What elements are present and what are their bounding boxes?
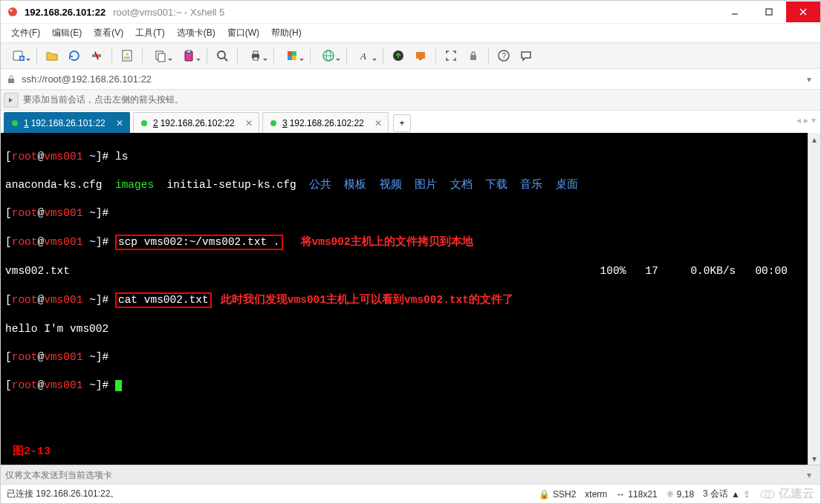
terminal[interactable]: [root@vms001 ~]# ls anaconda-ks.cfg imag… — [1, 133, 808, 465]
svg-rect-20 — [186, 50, 191, 53]
status-dot-icon — [270, 120, 276, 126]
scroll-track[interactable] — [808, 145, 820, 452]
tab-close-button[interactable]: ✕ — [244, 118, 254, 128]
tab-next-button[interactable]: ▸ — [804, 115, 808, 125]
help-button[interactable]: ? — [493, 45, 514, 66]
svg-line-22 — [224, 58, 227, 61]
terminal-area: [root@vms001 ~]# ls anaconda-ks.cfg imag… — [1, 133, 820, 465]
svg-rect-36 — [419, 59, 422, 60]
properties-button[interactable] — [117, 45, 137, 66]
menu-help[interactable]: 帮助(H) — [265, 24, 308, 42]
xagent-button[interactable] — [410, 45, 431, 66]
address-input[interactable] — [22, 73, 802, 85]
chat-button[interactable] — [516, 45, 536, 66]
svg-rect-24 — [253, 51, 258, 54]
print-button[interactable] — [242, 45, 269, 66]
svg-rect-7 — [19, 56, 25, 61]
svg-rect-23 — [252, 54, 259, 59]
status-term: xterm — [585, 489, 607, 500]
tab-number: 2 — [153, 118, 158, 128]
scroll-down-button[interactable]: ▾ — [808, 452, 820, 465]
tab-list-button[interactable]: ▾ — [811, 115, 816, 125]
svg-rect-19 — [185, 51, 192, 61]
lock-button[interactable] — [463, 45, 484, 66]
session-tab-3[interactable]: 3 192.168.26.102:22 ✕ — [262, 112, 389, 133]
new-tab-button[interactable]: + — [393, 114, 411, 132]
fullscreen-button[interactable] — [441, 45, 461, 66]
tab-label: 192.168.26.101:22 — [31, 118, 106, 128]
size-icon: ↔ — [616, 489, 625, 500]
tab-label: 192.168.26.102:22 — [290, 118, 364, 128]
title-bar: 192.168.26.101:22 root@vms001:~ - Xshell… — [1, 1, 820, 23]
search-button[interactable] — [212, 45, 233, 66]
caps-icon: ⇪ — [743, 489, 750, 500]
compose-dropdown[interactable]: ▾ — [802, 470, 816, 480]
compose-bar: ▾ — [1, 465, 820, 484]
svg-rect-10 — [92, 54, 96, 57]
status-dot-icon — [141, 120, 147, 126]
svg-rect-25 — [253, 57, 258, 60]
scrollbar[interactable]: ▴ ▾ — [808, 133, 820, 465]
status-ssh: 🔒SSH2 — [539, 489, 576, 500]
svg-point-38 — [499, 50, 509, 61]
close-button[interactable] — [786, 1, 820, 22]
annotation-text: 将vms002主机上的文件拷贝到本地 — [301, 236, 473, 248]
status-dot-icon — [12, 120, 18, 126]
scroll-up-button[interactable]: ▴ — [808, 133, 820, 145]
transfer-button[interactable] — [388, 45, 409, 66]
menu-view[interactable]: 查看(V) — [88, 24, 129, 42]
highlighted-command: cat vms002.txt — [115, 292, 212, 308]
svg-rect-27 — [292, 51, 296, 56]
tab-number: 1 — [24, 118, 29, 128]
svg-rect-26 — [288, 51, 292, 56]
color-scheme-button[interactable] — [279, 45, 305, 66]
svg-line-12 — [95, 52, 98, 59]
address-dropdown[interactable]: ▾ — [802, 74, 816, 85]
tab-close-button[interactable]: ✕ — [373, 118, 383, 128]
font-button[interactable]: A — [351, 45, 378, 66]
svg-rect-40 — [8, 79, 14, 83]
compose-input[interactable] — [5, 470, 802, 480]
menu-bar: 文件(F) 编辑(E) 查看(V) 工具(T) 选项卡(B) 窗口(W) 帮助(… — [1, 23, 820, 42]
disconnect-button[interactable] — [86, 45, 107, 66]
reconnect-button[interactable] — [64, 45, 85, 66]
status-size: ↔118x21 — [616, 489, 657, 500]
svg-text:?: ? — [502, 52, 507, 60]
sessions-up-icon[interactable]: ▲ — [731, 489, 740, 500]
svg-point-0 — [8, 7, 17, 16]
address-bar: ▾ — [1, 69, 820, 90]
menu-tools[interactable]: 工具(T) — [129, 24, 170, 42]
menu-file[interactable]: 文件(F) — [5, 24, 46, 42]
paste-button[interactable] — [175, 45, 202, 66]
minimize-button[interactable] — [718, 1, 752, 22]
figure-label: 图2-13 — [13, 445, 51, 459]
menu-tabs[interactable]: 选项卡(B) — [171, 24, 221, 42]
session-tab-2[interactable]: 2 192.168.26.102:22 ✕ — [133, 112, 259, 133]
menu-window[interactable]: 窗口(W) — [221, 24, 265, 42]
copy-button[interactable] — [147, 45, 174, 66]
tab-label: 192.168.26.102:22 — [160, 118, 235, 128]
add-session-arrow-button[interactable] — [4, 93, 19, 108]
menu-edit[interactable]: 编辑(E) — [46, 24, 88, 42]
svg-point-30 — [323, 50, 334, 61]
svg-rect-6 — [13, 51, 22, 60]
lock-icon — [5, 73, 17, 85]
new-session-button[interactable] — [5, 45, 32, 66]
maximize-button[interactable] — [752, 1, 786, 22]
session-tab-1[interactable]: 1 192.168.26.101:22 ✕ — [4, 112, 130, 133]
hint-text: 要添加当前会话，点击左侧的箭头按钮。 — [23, 94, 184, 106]
terminal-cursor — [115, 380, 122, 391]
encoding-button[interactable] — [315, 45, 342, 66]
tab-prev-button[interactable]: ◂ — [796, 115, 801, 125]
svg-rect-17 — [156, 51, 163, 59]
watermark: 亿速云 — [759, 486, 814, 502]
lock-icon: 🔒 — [539, 489, 550, 500]
highlighted-command: scp vms002:~/vms002.txt . — [115, 235, 283, 250]
svg-rect-11 — [97, 54, 101, 57]
tab-close-button[interactable]: ✕ — [114, 118, 125, 128]
app-icon — [7, 6, 19, 18]
svg-point-31 — [326, 50, 331, 61]
svg-rect-28 — [288, 56, 292, 60]
open-button[interactable] — [42, 45, 62, 66]
toolbar: A ? — [1, 42, 820, 69]
